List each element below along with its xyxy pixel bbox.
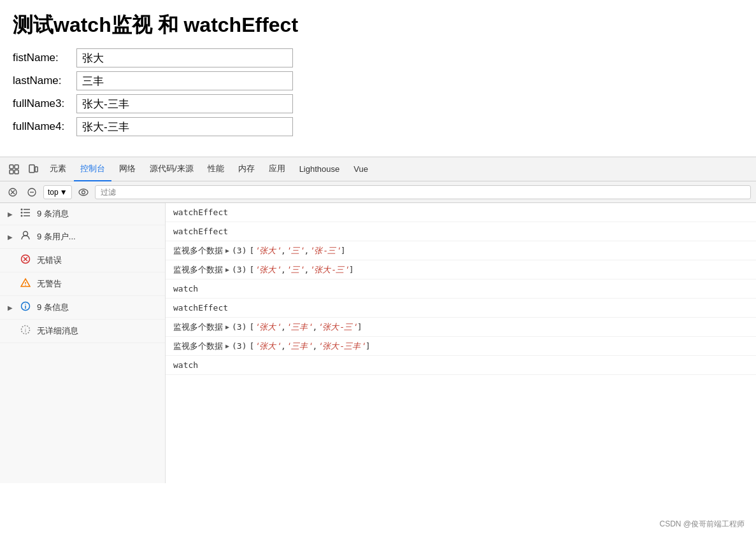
console-text: watchEffect xyxy=(173,208,228,217)
devtools-tab-内存[interactable]: 内存 xyxy=(232,157,261,181)
form-input[interactable] xyxy=(76,94,293,113)
filter-input[interactable] xyxy=(95,185,751,199)
devtools-tab-控制台[interactable]: 控制台 xyxy=(74,157,111,181)
array-count: (3) xyxy=(232,265,246,274)
eye-icon[interactable] xyxy=(76,185,91,200)
svg-point-11 xyxy=(79,189,88,195)
svg-point-27 xyxy=(25,304,26,305)
console-row: 监视多个数据 ▶(3) ['张大', '三丰', '张大-三丰'] xyxy=(166,337,756,356)
console-row: watch xyxy=(166,356,756,375)
context-dropdown[interactable]: top ▼ xyxy=(43,185,72,199)
info-icon xyxy=(19,301,32,314)
console-row: 监视多个数据 ▶(3) ['张大', '三', '张-三'] xyxy=(166,241,756,260)
sidebar-item-label: 无错误 xyxy=(37,255,62,266)
expand-icon: ▶ xyxy=(8,304,14,311)
sidebar-item-info-messages[interactable]: ▶ 9 条信息 xyxy=(0,296,165,320)
form-label: fullName4: xyxy=(13,120,76,133)
console-array-prefix: 监视多个数据 xyxy=(173,245,223,257)
console-row: watch xyxy=(166,279,756,299)
page-title: 测试watch监视 和 watchEffect xyxy=(13,11,743,39)
sidebar-item-no-verbose[interactable]: i 无详细消息 xyxy=(0,320,165,343)
console-text: watchEffect xyxy=(173,303,228,313)
sidebar-item-label: 9 条用户... xyxy=(37,231,76,243)
form-input[interactable] xyxy=(76,117,293,136)
device-icon[interactable] xyxy=(24,160,42,178)
verbose-icon: i xyxy=(19,325,32,337)
svg-point-16 xyxy=(21,209,23,211)
array-item: '张大' xyxy=(254,341,281,352)
console-text: watchEffect xyxy=(173,227,228,236)
devtools-tab-性能[interactable]: 性能 xyxy=(201,157,231,181)
array-count: (3) xyxy=(232,322,246,332)
form-row: fistName: xyxy=(13,48,743,67)
form-label: fullName3: xyxy=(13,97,76,110)
watermark: CSDN @俊哥前端工程师 xyxy=(659,519,745,530)
sidebar-item-no-errors[interactable]: 无错误 xyxy=(0,249,165,272)
devtools-panel: 元素控制台网络源代码/来源性能内存应用LighthouseVue top ▼ xyxy=(0,157,756,483)
list-icon xyxy=(19,208,32,220)
console-row: watchEffect xyxy=(166,299,756,318)
svg-text:i: i xyxy=(25,327,26,334)
array-expand-icon[interactable]: ▶ xyxy=(225,247,229,254)
svg-point-18 xyxy=(21,215,23,217)
devtools-tab-元素[interactable]: 元素 xyxy=(43,157,73,181)
console-array-prefix: 监视多个数据 xyxy=(173,341,223,352)
form-row: fullName4: xyxy=(13,117,743,136)
user-icon xyxy=(19,230,32,243)
expand-icon: ▶ xyxy=(8,234,14,241)
array-item: '张大-三丰' xyxy=(317,341,365,352)
console-array-prefix: 监视多个数据 xyxy=(173,321,223,333)
form-label: fistName: xyxy=(13,52,76,64)
array-item: '张-三' xyxy=(309,245,340,257)
console-toolbar: top ▼ xyxy=(0,181,756,203)
array-count: (3) xyxy=(232,341,246,351)
array-item: '张大' xyxy=(254,245,281,257)
svg-rect-4 xyxy=(29,165,34,173)
devtools-tab-网络[interactable]: 网络 xyxy=(113,157,142,181)
array-expand-icon[interactable]: ▶ xyxy=(225,323,229,330)
console-row: watchEffect xyxy=(166,222,756,241)
inspect-icon[interactable] xyxy=(5,160,23,178)
console-row: 监视多个数据 ▶(3) ['张大', '三丰', '张大-三'] xyxy=(166,318,756,337)
form-input[interactable] xyxy=(76,48,293,67)
array-item: '张大' xyxy=(254,321,281,333)
svg-point-24 xyxy=(25,285,26,286)
console-text: watch xyxy=(173,360,198,370)
form-input[interactable] xyxy=(76,71,293,90)
clear-console-btn[interactable] xyxy=(5,185,20,200)
error-icon xyxy=(19,254,32,267)
array-expand-icon[interactable]: ▶ xyxy=(225,266,229,273)
svg-rect-0 xyxy=(10,165,13,169)
console-row: watchEffect xyxy=(166,203,756,222)
array-expand-icon[interactable]: ▶ xyxy=(225,342,229,349)
array-item: '三丰' xyxy=(286,321,313,333)
devtools-tab-Vue[interactable]: Vue xyxy=(347,157,374,181)
warning-icon xyxy=(19,278,32,290)
filter-toggle-btn[interactable] xyxy=(24,185,39,200)
svg-point-17 xyxy=(21,212,23,214)
form-row: fullName3: xyxy=(13,94,743,113)
sidebar-item-messages[interactable]: ▶ 9 条消息 xyxy=(0,203,165,225)
array-item: '张大-三' xyxy=(317,321,357,333)
array-count: (3) xyxy=(232,246,246,255)
svg-rect-3 xyxy=(15,170,18,174)
sidebar-item-label: 无警告 xyxy=(37,278,62,290)
form-label: lastName: xyxy=(13,74,76,87)
devtools-tabs-bar: 元素控制台网络源代码/来源性能内存应用LighthouseVue xyxy=(0,157,756,181)
sidebar-item-no-warnings[interactable]: 无警告 xyxy=(0,272,165,296)
console-text: watch xyxy=(173,284,198,293)
svg-point-12 xyxy=(82,190,85,194)
devtools-tab-应用[interactable]: 应用 xyxy=(262,157,292,181)
console-output: watchEffectwatchEffect监视多个数据 ▶(3) ['张大',… xyxy=(166,203,756,483)
array-item: '张大-三' xyxy=(309,264,348,276)
devtools-tab-源代码-来源[interactable]: 源代码/来源 xyxy=(143,157,200,181)
sidebar-item-user-messages[interactable]: ▶ 9 条用户... xyxy=(0,225,165,249)
array-item: '三丰' xyxy=(286,341,313,352)
svg-rect-2 xyxy=(10,170,13,174)
devtools-tab-Lighthouse[interactable]: Lighthouse xyxy=(293,157,346,181)
console-sidebar: ▶ 9 条消息▶ 9 条用户... 无错误 无警告▶ xyxy=(0,203,166,483)
expand-icon: ▶ xyxy=(8,211,14,218)
console-array-prefix: 监视多个数据 xyxy=(173,264,223,276)
array-item: '三' xyxy=(286,245,304,257)
form-row: lastName: xyxy=(13,71,743,90)
